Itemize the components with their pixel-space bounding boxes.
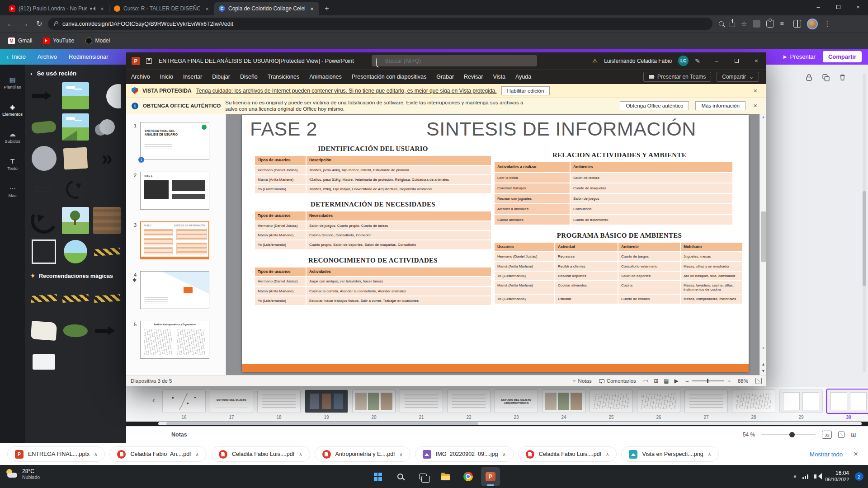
file-explorer-button[interactable] [436, 467, 455, 486]
magic-asset[interactable] [93, 285, 121, 312]
next-slide-button[interactable]: ▼ [761, 369, 765, 373]
close-button[interactable]: × [848, 0, 868, 14]
close-license-warning-icon[interactable]: × [750, 102, 761, 109]
design-page-thumbnail[interactable]: 27 [684, 389, 728, 420]
design-page-thumbnail[interactable]: 28 [732, 389, 775, 420]
download-item[interactable]: Antropometría y E....pdf ∧ [315, 446, 410, 462]
maximize-button[interactable] [828, 0, 848, 14]
taskbar-search-button[interactable] [391, 467, 410, 486]
zoom-slider-handle[interactable] [789, 432, 795, 437]
trash-icon[interactable] [839, 74, 846, 81]
download-item[interactable]: Celadita Fabio_An....pdf ∧ [109, 446, 206, 462]
ribbon-tab[interactable]: Archivo [126, 74, 155, 80]
comments-button[interactable]: Comentarios [599, 378, 636, 384]
taskbar-clock[interactable]: 16:04 06/10/2022 [825, 470, 849, 483]
pen-icon[interactable]: ✎ [695, 57, 700, 65]
recent-asset[interactable] [93, 238, 121, 265]
extension-icon[interactable] [753, 20, 760, 28]
recent-asset[interactable] [30, 176, 58, 203]
panel-back-icon[interactable]: ‹ [30, 70, 33, 77]
sidebar-rail-item[interactable]: Texto [0, 152, 25, 176]
recent-asset[interactable] [93, 113, 121, 141]
ribbon-tab[interactable]: Vista [488, 74, 510, 80]
filmstrip-scrollbar[interactable] [158, 422, 862, 425]
download-menu-icon[interactable]: ∧ [606, 452, 609, 457]
hidden-icons-chevron[interactable]: ∧ [793, 474, 797, 479]
ribbon-tab[interactable]: Inicio [155, 74, 178, 80]
recent-asset[interactable] [93, 207, 121, 234]
notes-toggle[interactable]: Notas [171, 432, 187, 438]
recent-asset[interactable] [62, 82, 90, 109]
download-item[interactable]: ENTREGA FINAL....pptx ∧ [7, 446, 105, 462]
download-menu-icon[interactable]: ∧ [503, 452, 506, 457]
reload-icon[interactable]: ↻ [33, 18, 45, 30]
pp-maximize-button[interactable] [726, 52, 746, 69]
design-page-thumbnail[interactable]: 20 [352, 389, 396, 420]
share-icon[interactable] [730, 22, 735, 27]
office-search-input[interactable] [372, 55, 537, 66]
browser-menu-icon[interactable]: ⋮ [824, 20, 830, 28]
canva-home-button[interactable]: ‹ Inicio [6, 53, 26, 61]
recent-asset[interactable] [62, 207, 90, 234]
pp-minimize-button[interactable]: – [707, 52, 726, 69]
notification-count-badge[interactable]: 2 [855, 472, 863, 481]
design-page-thumbnail[interactable]: ESTUDIO DEL OBJETO ARQUITECTÓNICO 23 [495, 389, 538, 420]
design-page-thumbnail[interactable]: 19 [305, 389, 348, 420]
recent-asset[interactable] [30, 145, 58, 172]
weather-widget[interactable]: 28°C Nublado [5, 468, 40, 480]
download-menu-icon[interactable]: ∧ [299, 452, 302, 457]
accessibility-info-icon[interactable] [138, 157, 144, 163]
slide-thumbnail-4[interactable]: 4✱ [126, 271, 226, 309]
download-item[interactable]: Celadita Fabio Luis....pdf ∧ [518, 446, 617, 462]
address-bar[interactable]: canva.com/design/DAFOOtC5ayQ/B9RWcuEVykr… [48, 18, 712, 30]
ribbon-tab[interactable]: Grabar [431, 74, 459, 80]
show-all-downloads[interactable]: Mostrar todo [810, 451, 843, 458]
canva-present-button[interactable]: ▶ Presentar [783, 53, 816, 60]
ribbon-tab[interactable]: Revisar [459, 74, 488, 80]
present-in-teams-button[interactable]: Presentar en Teams [643, 72, 711, 82]
side-panel-icon[interactable] [793, 20, 801, 28]
design-page-thumbnail[interactable]: 29 [779, 389, 823, 420]
download-menu-icon[interactable]: ∧ [400, 452, 403, 457]
slide-scrollbar[interactable]: ▲ ▼ ▲ ▼ [760, 114, 766, 375]
enable-editing-button[interactable]: Habilitar edición [501, 86, 550, 95]
download-menu-icon[interactable]: ∧ [708, 452, 711, 457]
zoom-out-icon[interactable]: – [686, 378, 689, 384]
design-page-thumbnail[interactable]: 26 [637, 389, 680, 420]
tab-close-icon[interactable] [203, 5, 211, 12]
design-page-thumbnail[interactable]: 16 [162, 389, 206, 420]
design-page-thumbnail[interactable]: 18 [257, 389, 301, 420]
magic-asset[interactable] [62, 285, 90, 312]
back-icon[interactable]: ← [5, 18, 16, 30]
panel-asset[interactable] [30, 317, 58, 344]
ribbon-tab[interactable]: Insertar [178, 74, 207, 80]
canva-file-menu[interactable]: Archivo [38, 53, 57, 60]
lock-icon[interactable] [805, 74, 813, 81]
browser-tab[interactable]: Copia de Colorido Collage Celeb... [214, 2, 319, 15]
ribbon-tab[interactable]: Presentación con diapositivas [347, 74, 431, 80]
close-downloads-icon[interactable]: × [854, 450, 858, 459]
slide-thumbnail-5[interactable]: 5 Análisis Antropométrico y Ergonómico [126, 321, 226, 359]
reading-list-icon[interactable]: ≡ [780, 20, 788, 28]
ribbon-tab[interactable]: Dibujar [207, 74, 235, 80]
download-item[interactable]: IMG_20220902_09....jpg ∧ [415, 446, 514, 462]
sidebar-rail-item[interactable]: Plantillas [0, 71, 25, 94]
forward-icon[interactable]: → [19, 18, 31, 30]
get-office-button[interactable]: Obtenga Office auténtico [620, 101, 689, 110]
recent-asset[interactable] [62, 238, 90, 265]
profile-avatar[interactable] [807, 19, 818, 29]
pp-zoom-value[interactable]: 88% [738, 378, 748, 384]
tab-close-icon[interactable] [99, 5, 106, 12]
canvas-scrollbar[interactable] [863, 74, 866, 372]
download-menu-icon[interactable]: ∧ [94, 452, 97, 457]
minimize-button[interactable]: – [808, 0, 828, 14]
recent-asset[interactable] [30, 238, 58, 265]
pp-zoom-slider[interactable] [692, 380, 724, 381]
page-count-badge[interactable]: 32 [822, 431, 832, 439]
recent-asset[interactable] [30, 113, 58, 141]
design-page-thumbnail[interactable]: 22 [447, 389, 491, 420]
account-name[interactable]: Luisfernando Celadita Fabio [604, 58, 672, 64]
fullscreen-icon[interactable] [838, 432, 844, 438]
reading-view-icon[interactable]: ▤ [664, 378, 669, 384]
canva-resize-button[interactable]: Redimensionar [69, 53, 108, 60]
